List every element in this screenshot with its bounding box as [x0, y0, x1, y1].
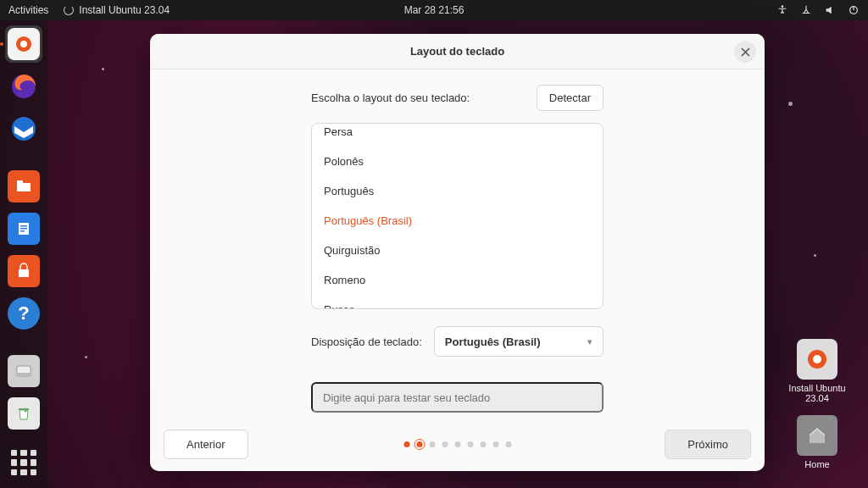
- next-button[interactable]: Próximo: [665, 430, 751, 459]
- step-dot: [492, 441, 498, 447]
- layout-option[interactable]: Persa: [312, 124, 603, 147]
- step-dot: [505, 441, 511, 447]
- layout-option[interactable]: Romeno: [312, 265, 603, 295]
- window-title: Layout do teclado: [410, 45, 504, 58]
- svg-rect-9: [20, 225, 27, 227]
- accessibility-icon[interactable]: [776, 4, 788, 16]
- dock: ?: [0, 20, 47, 488]
- step-dots: [403, 441, 511, 447]
- dock-thunderbird[interactable]: [5, 110, 42, 147]
- activities-button[interactable]: Activities: [8, 4, 48, 16]
- svg-point-3: [20, 41, 27, 47]
- variant-select[interactable]: Português (Brasil) ▾: [434, 326, 604, 357]
- clock[interactable]: Mar 28 21:56: [404, 4, 465, 16]
- svg-point-16: [813, 355, 821, 363]
- dock-trash[interactable]: [5, 395, 42, 432]
- layout-option[interactable]: Português: [312, 176, 603, 206]
- dock-disk[interactable]: [5, 352, 42, 390]
- dock-firefox[interactable]: [5, 68, 42, 105]
- svg-rect-10: [20, 228, 27, 230]
- detect-button[interactable]: Detectar: [537, 85, 604, 111]
- svg-rect-13: [17, 373, 31, 376]
- chevron-down-icon: ▾: [587, 336, 593, 347]
- layout-option-selected[interactable]: Português (Brasil): [312, 206, 603, 236]
- close-icon: [741, 47, 750, 57]
- variant-label: Disposição de teclado:: [311, 336, 422, 348]
- network-icon[interactable]: [800, 4, 812, 16]
- volume-icon[interactable]: [824, 4, 836, 16]
- step-dot: [480, 441, 486, 447]
- step-dot: [403, 441, 409, 447]
- step-dot: [442, 441, 448, 447]
- back-button[interactable]: Anterior: [164, 430, 248, 459]
- desktop-install-icon[interactable]: Install Ubuntu 23.04: [783, 339, 851, 403]
- step-dot-current: [416, 441, 422, 447]
- dock-apps-grid[interactable]: [5, 444, 42, 481]
- power-icon[interactable]: [848, 4, 860, 16]
- variant-value: Português (Brasil): [445, 336, 541, 348]
- keyboard-test-input[interactable]: [311, 382, 604, 413]
- top-bar: Activities Install Ubuntu 23.04 Mar 28 2…: [0, 0, 868, 20]
- window-header: Layout do teclado: [150, 34, 765, 69]
- installer-window: Layout do teclado Escolha o layout do se…: [150, 34, 765, 471]
- progress-icon: [64, 5, 74, 15]
- svg-rect-7: [17, 180, 23, 184]
- svg-rect-6: [17, 183, 31, 191]
- step-dot: [429, 441, 435, 447]
- svg-rect-11: [20, 230, 25, 232]
- desktop-home-icon[interactable]: Home: [783, 415, 851, 469]
- window-body: Escolha o layout do seu teclado: Detecta…: [150, 69, 765, 417]
- dock-installer[interactable]: [5, 25, 42, 63]
- dock-help[interactable]: ?: [5, 295, 42, 332]
- app-indicator[interactable]: Install Ubuntu 23.04: [64, 4, 170, 16]
- prompt-label: Escolha o layout do seu teclado:: [311, 92, 470, 104]
- layout-option[interactable]: Polonês: [312, 147, 603, 176]
- close-button[interactable]: [734, 41, 756, 63]
- dock-writer[interactable]: [5, 210, 42, 247]
- svg-point-0: [782, 5, 784, 8]
- step-dot: [454, 441, 460, 447]
- dock-files[interactable]: [5, 168, 42, 205]
- layout-option[interactable]: Russo: [312, 295, 603, 308]
- step-dot: [467, 441, 473, 447]
- layout-option[interactable]: Quirguistão: [312, 236, 603, 265]
- layout-listbox[interactable]: Persa Polonês Português Português (Brasi…: [311, 123, 604, 309]
- dock-software[interactable]: [5, 252, 42, 290]
- window-footer: Anterior Próximo: [150, 417, 765, 471]
